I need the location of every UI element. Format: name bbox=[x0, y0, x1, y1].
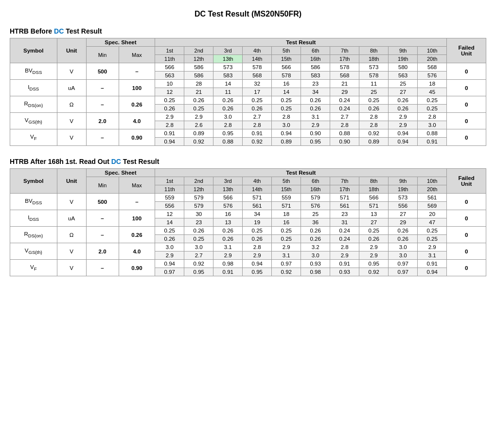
data-cell: 0.97 bbox=[389, 260, 418, 268]
data-cell: 556 bbox=[389, 202, 418, 210]
data-cell: 561 bbox=[330, 202, 359, 210]
section2-wrap: HTRB After 168h 1st. Read Out DC Test Re… bbox=[10, 158, 486, 276]
col-min: Min bbox=[86, 47, 119, 63]
data-cell: 0.25 bbox=[272, 227, 301, 235]
data-cell: 0.24 bbox=[330, 235, 359, 243]
min-cell: – bbox=[86, 260, 119, 276]
data-cell: 0.94 bbox=[389, 138, 418, 146]
data-cell: 0.26 bbox=[184, 96, 213, 105]
data-cell: 0.25 bbox=[184, 105, 213, 113]
symbol-cell: RDS(on) bbox=[10, 227, 57, 243]
col-max: Max bbox=[119, 177, 155, 194]
data-cell: 0.25 bbox=[359, 96, 389, 105]
data-cell: 579 bbox=[184, 194, 213, 202]
data-cell: 578 bbox=[330, 63, 359, 72]
min-cell: 2.0 bbox=[86, 243, 119, 260]
unit-cell: V bbox=[57, 129, 86, 146]
col-10th: 10th bbox=[418, 177, 447, 185]
data-cell: 12 bbox=[155, 210, 184, 218]
data-cell: 2.8 bbox=[243, 121, 272, 129]
col-unit: Unit bbox=[57, 38, 86, 63]
data-cell: 571 bbox=[243, 194, 272, 202]
data-cell: 0.26 bbox=[359, 235, 389, 243]
col-specsheet: Spec. Sheet bbox=[86, 169, 155, 177]
data-cell: 25 bbox=[389, 80, 418, 88]
col-18th: 18th bbox=[359, 55, 389, 63]
col-11th: 11th bbox=[155, 185, 184, 194]
col-17th: 17th bbox=[330, 185, 359, 194]
data-cell: 10 bbox=[155, 80, 184, 88]
data-cell: 2.9 bbox=[184, 113, 213, 121]
data-cell: 0.26 bbox=[213, 96, 243, 105]
data-cell: 0.26 bbox=[389, 235, 418, 243]
data-cell: 29 bbox=[389, 218, 418, 227]
symbol-cell: BVDSS bbox=[10, 194, 57, 210]
col-1st: 1st bbox=[155, 177, 184, 185]
table-row: RDS(on)Ω–0.260.250.260.260.250.250.260.2… bbox=[10, 227, 486, 235]
data-cell: 0.88 bbox=[213, 138, 243, 146]
col-5th: 5th bbox=[272, 47, 301, 55]
data-cell: 2.8 bbox=[359, 121, 389, 129]
data-cell: 0.88 bbox=[330, 129, 359, 138]
data-cell: 0.25 bbox=[418, 227, 447, 235]
max-cell: 4.0 bbox=[119, 113, 155, 129]
col-1st: 1st bbox=[155, 47, 184, 55]
col-specsheet: Spec. Sheet bbox=[86, 38, 155, 47]
data-cell: 0.95 bbox=[301, 138, 330, 146]
col-2nd: 2nd bbox=[184, 177, 213, 185]
data-cell: 0.93 bbox=[301, 260, 330, 268]
data-cell: 29 bbox=[330, 88, 359, 96]
unit-cell: uA bbox=[57, 210, 86, 227]
failed-cell: 0 bbox=[447, 243, 486, 260]
data-cell: 0.91 bbox=[213, 268, 243, 276]
table-row: IDSSuA–100102814321623211125180 bbox=[10, 80, 486, 88]
data-cell: 47 bbox=[418, 218, 447, 227]
data-cell: 0.26 bbox=[213, 227, 243, 235]
data-cell: 0.26 bbox=[359, 105, 389, 113]
col-min: Min bbox=[86, 177, 119, 194]
data-cell: 0.26 bbox=[155, 235, 184, 243]
data-cell: 2.9 bbox=[155, 251, 184, 260]
data-cell: 2.8 bbox=[359, 113, 389, 121]
data-cell: 30 bbox=[184, 210, 213, 218]
unit-cell: Ω bbox=[57, 96, 86, 113]
data-cell: 0.25 bbox=[243, 96, 272, 105]
section1-wrap: HTRB Before DC Test Result KQ Symbol Uni… bbox=[10, 27, 486, 146]
data-cell: 0.98 bbox=[213, 260, 243, 268]
table-row: VGS(th)V2.04.02.92.93.02.72.83.12.72.82.… bbox=[10, 113, 486, 121]
col-13th: 13th bbox=[213, 55, 243, 63]
data-cell: 566 bbox=[155, 63, 184, 72]
data-cell: 2.9 bbox=[330, 251, 359, 260]
data-cell: 28 bbox=[184, 80, 213, 88]
data-cell: 579 bbox=[184, 202, 213, 210]
page-title: DC Test Result (MS20N50FR) bbox=[10, 10, 486, 18]
col-18th: 18th bbox=[359, 185, 389, 194]
data-cell: 578 bbox=[272, 72, 301, 80]
data-cell: 0.26 bbox=[184, 227, 213, 235]
data-cell: 2.8 bbox=[330, 121, 359, 129]
data-cell: 576 bbox=[418, 72, 447, 80]
data-cell: 14 bbox=[155, 218, 184, 227]
section1-table: Symbol Unit Spec. Sheet Test Result Fail… bbox=[10, 38, 486, 146]
max-cell: 0.90 bbox=[119, 129, 155, 146]
data-cell: 0.97 bbox=[272, 260, 301, 268]
unit-cell: V bbox=[57, 260, 86, 276]
data-cell: 16 bbox=[272, 80, 301, 88]
data-cell: 0.92 bbox=[184, 138, 213, 146]
data-cell: 0.89 bbox=[359, 138, 389, 146]
data-cell: 11 bbox=[213, 88, 243, 96]
data-cell: 576 bbox=[301, 202, 330, 210]
data-cell: 0.95 bbox=[213, 129, 243, 138]
data-cell: 14 bbox=[213, 80, 243, 88]
data-cell: 0.26 bbox=[301, 96, 330, 105]
col-12th: 12th bbox=[184, 185, 213, 194]
min-cell: – bbox=[86, 210, 119, 227]
data-cell: 45 bbox=[418, 88, 447, 96]
data-cell: 0.89 bbox=[272, 138, 301, 146]
col-14th: 14th bbox=[243, 55, 272, 63]
col-testresult: Test Result bbox=[155, 38, 447, 47]
data-cell: 586 bbox=[184, 63, 213, 72]
data-cell: 0.97 bbox=[389, 268, 418, 276]
data-cell: 3.0 bbox=[213, 113, 243, 121]
data-cell: 0.97 bbox=[155, 268, 184, 276]
